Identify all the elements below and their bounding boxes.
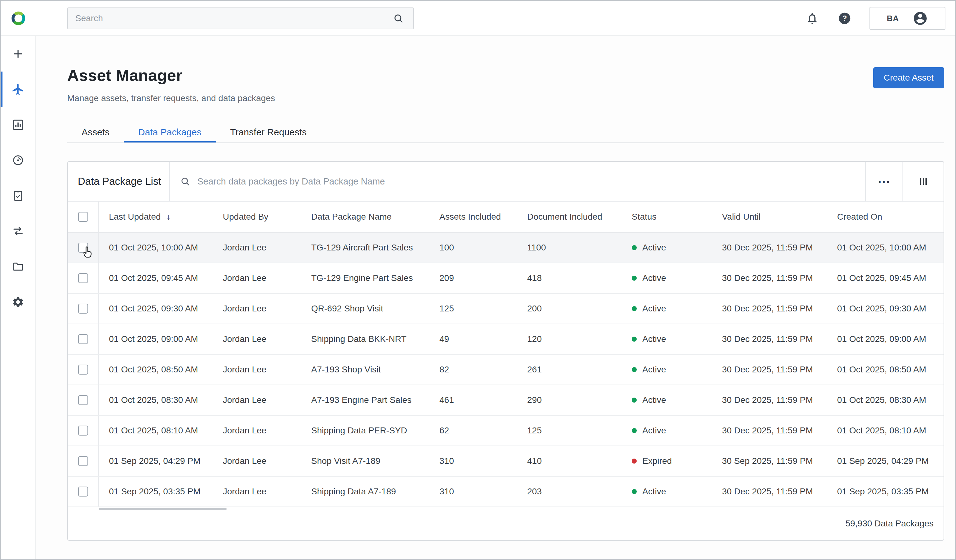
sidebar-item-analytics[interactable] xyxy=(1,107,36,143)
sidebar-item-assets[interactable] xyxy=(1,72,36,107)
cell-assets-included: 82 xyxy=(429,365,517,375)
column-settings-button[interactable] xyxy=(903,162,943,201)
select-all-checkbox[interactable] xyxy=(78,212,88,222)
column-header-status[interactable]: Status xyxy=(622,212,712,222)
cell-last-updated: 01 Oct 2025, 10:00 AM xyxy=(99,243,213,253)
search-icon[interactable] xyxy=(391,11,406,26)
table-row[interactable]: 01 Oct 2025, 09:30 AM Jordan Lee QR-692 … xyxy=(68,294,943,324)
row-checkbox[interactable] xyxy=(78,395,88,405)
user-menu[interactable]: BA xyxy=(870,7,945,30)
tab-assets[interactable]: Assets xyxy=(67,122,124,143)
notifications-bell-icon[interactable] xyxy=(805,11,820,26)
cell-status: Expired xyxy=(622,456,712,466)
cell-status: Active xyxy=(622,243,712,253)
topbar-actions: ? BA xyxy=(805,1,945,36)
row-checkbox[interactable] xyxy=(78,243,88,253)
status-label: Expired xyxy=(642,456,672,466)
sidebar-item-settings[interactable] xyxy=(1,284,36,320)
table-row[interactable]: 01 Oct 2025, 08:10 AM Jordan Lee Shippin… xyxy=(68,416,943,446)
page-subtitle: Manage assets, transfer requests, and da… xyxy=(67,93,275,103)
column-header-assets[interactable]: Assets Included xyxy=(429,212,517,222)
cell-status: Active xyxy=(622,365,712,375)
column-header-created_on[interactable]: Created On xyxy=(827,212,943,222)
sidebar xyxy=(1,36,36,559)
row-count: 59,930 Data Packages xyxy=(846,519,934,529)
horizontal-scrollbar[interactable] xyxy=(99,508,226,510)
airplane-icon xyxy=(11,83,25,96)
cell-created-on: 01 Sep 2025, 03:35 PM xyxy=(827,486,943,497)
cell-valid-until: 30 Dec 2025, 11:59 PM xyxy=(712,486,827,497)
column-header-name[interactable]: Data Package Name xyxy=(301,212,429,222)
tab-data-packages[interactable]: Data Packages xyxy=(124,122,215,143)
cell-document-included: 290 xyxy=(517,395,622,405)
package-search xyxy=(170,162,865,201)
cell-package-name: A7-193 Engine Part Sales xyxy=(301,395,429,405)
cell-status: Active xyxy=(622,273,712,283)
status-dot xyxy=(632,276,637,281)
column-header-documents[interactable]: Document Included xyxy=(517,212,622,222)
column-header-last_updated[interactable]: Last Updated↓ xyxy=(99,212,213,222)
table-body: 01 Oct 2025, 10:00 AM Jordan Lee TG-129 … xyxy=(68,233,943,507)
row-select-cell xyxy=(68,416,99,445)
status-label: Active xyxy=(642,426,666,436)
cell-assets-included: 62 xyxy=(429,426,517,436)
table-row[interactable]: 01 Sep 2025, 04:29 PM Jordan Lee Shop Vi… xyxy=(68,446,943,477)
status-label: Active xyxy=(642,395,666,405)
cell-updated-by: Jordan Lee xyxy=(213,273,301,283)
cell-updated-by: Jordan Lee xyxy=(213,486,301,497)
table-row[interactable]: 01 Oct 2025, 08:30 AM Jordan Lee A7-193 … xyxy=(68,385,943,416)
clipboard-check-icon xyxy=(12,190,24,202)
cell-created-on: 01 Oct 2025, 09:45 AM xyxy=(827,273,943,283)
package-search-input[interactable] xyxy=(197,176,855,187)
status-dot xyxy=(632,367,637,372)
cell-valid-until: 30 Dec 2025, 11:59 PM xyxy=(712,426,827,436)
cell-assets-included: 49 xyxy=(429,334,517,344)
cell-valid-until: 30 Dec 2025, 11:59 PM xyxy=(712,334,827,344)
row-checkbox[interactable] xyxy=(78,365,88,375)
cell-last-updated: 01 Oct 2025, 08:30 AM xyxy=(99,395,213,405)
sidebar-item-tracking[interactable] xyxy=(1,143,36,178)
row-select-cell xyxy=(68,324,99,354)
status-label: Active xyxy=(642,486,666,497)
row-select-cell xyxy=(68,233,99,263)
row-checkbox[interactable] xyxy=(78,456,88,466)
row-checkbox[interactable] xyxy=(78,304,88,314)
row-checkbox[interactable] xyxy=(78,426,88,436)
radar-icon xyxy=(12,154,24,166)
cell-last-updated: 01 Oct 2025, 08:10 AM xyxy=(99,426,213,436)
cell-updated-by: Jordan Lee xyxy=(213,395,301,405)
cell-package-name: Shop Visit A7-189 xyxy=(301,456,429,466)
column-header-valid_until[interactable]: Valid Until xyxy=(712,212,827,222)
sidebar-item-files[interactable] xyxy=(1,249,36,284)
sidebar-item-new[interactable] xyxy=(1,36,36,72)
cell-package-name: QR-692 Shop Visit xyxy=(301,304,429,314)
cell-status: Active xyxy=(622,304,712,314)
sidebar-item-transfers[interactable] xyxy=(1,213,36,249)
row-checkbox[interactable] xyxy=(78,273,88,283)
global-search-input[interactable] xyxy=(75,13,391,24)
cell-package-name: Shipping Data A7-189 xyxy=(301,486,429,497)
row-checkbox[interactable] xyxy=(78,486,88,497)
column-header-updated_by[interactable]: Updated By xyxy=(213,212,301,222)
cell-document-included: 203 xyxy=(517,486,622,497)
help-icon[interactable]: ? xyxy=(837,11,852,26)
row-select-cell xyxy=(68,477,99,507)
create-asset-button[interactable]: Create Asset xyxy=(873,67,944,88)
sidebar-item-tasks[interactable] xyxy=(1,178,36,213)
table-row[interactable]: 01 Oct 2025, 08:50 AM Jordan Lee A7-193 … xyxy=(68,355,943,385)
tab-transfer-requests[interactable]: Transfer Requests xyxy=(215,122,321,143)
gear-icon xyxy=(12,296,24,308)
cell-assets-included: 125 xyxy=(429,304,517,314)
table-row[interactable]: 01 Sep 2025, 03:35 PM Jordan Lee Shippin… xyxy=(68,477,943,507)
table-row[interactable]: 01 Oct 2025, 10:00 AM Jordan Lee TG-129 … xyxy=(68,233,943,263)
plus-icon xyxy=(12,48,24,60)
panel-title: Data Package List xyxy=(68,162,170,201)
table-row[interactable]: 01 Oct 2025, 09:00 AM Jordan Lee Shippin… xyxy=(68,324,943,355)
status-label: Active xyxy=(642,243,666,253)
app-logo[interactable] xyxy=(1,1,36,36)
more-options-button[interactable]: ⋯ xyxy=(865,162,903,201)
cell-package-name: TG-129 Engine Part Sales xyxy=(301,273,429,283)
cell-package-name: A7-193 Shop Visit xyxy=(301,365,429,375)
row-checkbox[interactable] xyxy=(78,334,88,344)
table-row[interactable]: 01 Oct 2025, 09:45 AM Jordan Lee TG-129 … xyxy=(68,263,943,294)
